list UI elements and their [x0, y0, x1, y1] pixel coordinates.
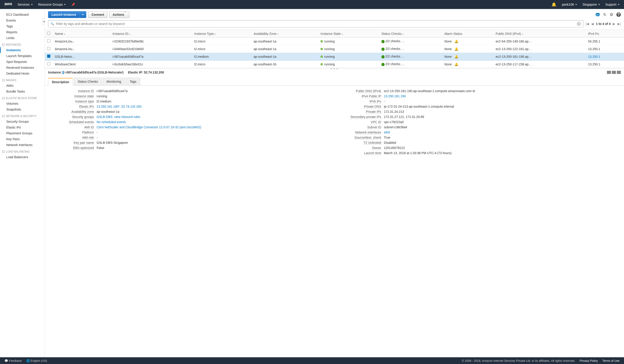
launch-instance-button[interactable]: Launch Instance	[48, 11, 79, 18]
col-instance-type[interactable]: Instance Type▾	[192, 30, 252, 38]
help-icon[interactable]: ?	[616, 12, 621, 17]
sidebar-item-limits[interactable]: Limits	[0, 35, 45, 41]
language-selector[interactable]: 🌐 English (US)	[26, 359, 47, 363]
row-checkbox[interactable]	[47, 62, 50, 65]
sidebar-item-load-balancers[interactable]: Load Balancers	[0, 154, 45, 160]
pager-next-icon[interactable]: ▶	[613, 22, 615, 26]
cell-alarm: None 🔔	[442, 45, 494, 53]
alarm-icon[interactable]: 🔔	[454, 62, 458, 66]
search-help-icon[interactable]: ?	[577, 22, 581, 26]
gear-icon[interactable]: ⚙	[610, 12, 613, 17]
sidebar-item-elastic-ips[interactable]: Elastic IPs	[0, 125, 45, 130]
table-row[interactable]: GSLB-Netsc… i-087cacab63d5ca47a t2.mediu…	[45, 53, 624, 60]
detail-value[interactable]: eth0	[384, 130, 617, 134]
sidebar-item-launch-templates[interactable]: Launch Templates	[0, 53, 45, 59]
pager-last-icon[interactable]: ▶|	[618, 22, 621, 26]
col-ipv4[interactable]: IPv4 Pu	[586, 30, 624, 38]
sidebar-item-reports[interactable]: Reports	[0, 29, 45, 35]
launch-instance-dropdown[interactable]	[79, 11, 86, 18]
support-menu[interactable]: Support	[605, 3, 620, 6]
sidebar-item-key-pairs[interactable]: Key Pairs	[0, 136, 45, 142]
terms-link[interactable]: Terms of Use	[602, 359, 620, 363]
detail-value[interactable]: No scheduled events	[97, 120, 330, 124]
bell-icon[interactable]: 🔔	[551, 2, 556, 7]
feedback-link[interactable]: 💬 Feedback	[4, 359, 22, 363]
aws-logo[interactable]: aws ⌣	[4, 1, 12, 8]
sidebar-item-ec2-dashboard[interactable]: EC2 Dashboard	[0, 12, 45, 18]
detail-row: Scheduled eventsNo scheduled events	[52, 120, 330, 124]
privacy-link[interactable]: Privacy Policy	[580, 359, 598, 363]
feedback-bubble-icon[interactable]: ●●●	[596, 13, 600, 16]
cell-state: running	[318, 60, 379, 68]
detail-value: t2.medium	[97, 100, 330, 103]
sidebar-item-events[interactable]: Events	[0, 18, 45, 23]
sidebar-item-placement-groups[interactable]: Placement Groups	[0, 130, 45, 136]
sidebar-item-spot-requests[interactable]: Spot Requests	[0, 59, 45, 65]
sidebar-item-amis[interactable]: AMIs	[0, 83, 45, 89]
row-checkbox[interactable]	[47, 39, 50, 43]
connect-button[interactable]: Connect	[88, 11, 107, 18]
user-menu[interactable]: pank106	[562, 3, 577, 6]
detail-value: March 13, 2018 at 1:33:38 PM UTC-4 (73 h…	[384, 151, 617, 155]
table-row[interactable]: WindowsClient i-0ccbdcb5ae1bbc01c t2.mic…	[45, 60, 624, 68]
layout-option-1-icon[interactable]	[607, 71, 611, 74]
row-checkbox[interactable]	[47, 47, 50, 50]
sidebar-item-reserved-instances[interactable]: Reserved Instances	[0, 65, 45, 71]
search-input[interactable]	[56, 22, 575, 26]
alarm-icon[interactable]: 🔔	[454, 55, 458, 58]
detail-value[interactable]: GSLB-DBS. view inbound rules	[97, 115, 330, 119]
tab-status-checks[interactable]: Status Checks	[74, 78, 102, 85]
sidebar-item-security-groups[interactable]: Security Groups	[0, 119, 45, 125]
alarm-icon[interactable]: 🔔	[454, 47, 458, 51]
detail-value[interactable]: 13.250.181.190	[384, 94, 617, 98]
cell-instance-type: t2.medium	[192, 53, 252, 60]
col-status-checks[interactable]: Status Checks▾	[379, 30, 442, 38]
row-checkbox[interactable]	[47, 54, 50, 58]
sidebar-item-snapshots[interactable]: Snapshots	[0, 106, 45, 112]
layout-option-3-icon[interactable]	[617, 71, 621, 74]
layout-option-2-icon[interactable]	[612, 71, 616, 74]
detail-value[interactable]: Citrix NetScaler and CloudBridge Connect…	[97, 125, 330, 129]
sidebar-item-network-interfaces[interactable]: Network Interfaces	[0, 142, 45, 148]
detail-row: Owner120145078122	[339, 146, 617, 150]
tab-description[interactable]: Description	[48, 78, 73, 86]
pin-icon[interactable]: 📌	[71, 3, 75, 6]
sidebar-item-bundle-tasks[interactable]: Bundle Tasks	[0, 89, 45, 94]
sidebar-item-tags[interactable]: Tags	[0, 23, 45, 29]
sidebar-collapse-icon[interactable]: ◀	[43, 18, 45, 25]
search-box[interactable]: 🔍 ?	[48, 20, 583, 27]
resize-handle-icon[interactable]: ● ● ●	[331, 67, 338, 70]
table-row[interactable]: AmazonLinu... i-0440eac52cd21b600 t2.mic…	[45, 45, 624, 53]
alarm-icon[interactable]: 🔔	[454, 40, 458, 43]
tab-tags[interactable]: Tags	[126, 78, 140, 85]
sidebar-heading-netsec: −NETWORK & SECURITY	[0, 112, 45, 119]
cell-status-checks: ✓2/2 checks …	[379, 53, 442, 60]
pager-prev-icon[interactable]: ◀	[591, 22, 594, 26]
cell-ipv4: 13.250.1	[586, 45, 624, 53]
col-public-dns[interactable]: Public DNS (IPv4)▾	[493, 30, 586, 38]
select-all-checkbox[interactable]	[47, 32, 50, 35]
detail-label: Security groups	[52, 115, 97, 119]
refresh-icon[interactable]: ↻	[603, 12, 606, 17]
col-state[interactable]: Instance State▾	[318, 30, 379, 38]
detail-row: Platform-	[52, 130, 330, 134]
selected-instance-label: Instance: i-087cacab63d5ca47a (GSLB-Nets…	[48, 71, 124, 74]
col-instance-id[interactable]: Instance ID▴	[110, 30, 192, 38]
detail-label: AMI ID	[52, 125, 97, 129]
sidebar-item-volumes[interactable]: Volumes	[0, 101, 45, 106]
cell-alarm: None 🔔	[442, 38, 494, 45]
table-row[interactable]: AmazonLinu... i-0230321937bd9e08c t2.mic…	[45, 38, 624, 45]
pager-first-icon[interactable]: |◀	[586, 22, 589, 26]
col-name[interactable]: Name▾	[52, 30, 110, 38]
col-az[interactable]: Availability Zone▾	[251, 30, 318, 38]
region-menu[interactable]: Singapore	[582, 3, 600, 6]
sidebar-item-dedicated-hosts[interactable]: Dedicated Hosts	[0, 71, 45, 77]
content-area: Launch Instance Connect Actions ●●● ↻ ⚙ …	[45, 9, 624, 357]
resource-groups-menu[interactable]: Resource Groups	[38, 3, 66, 6]
detail-value[interactable]: 13.250.181.190*, 52.74.132.200	[97, 105, 330, 108]
sidebar-item-instances[interactable]: Instances	[0, 47, 45, 53]
tab-monitoring[interactable]: Monitoring	[103, 78, 125, 85]
actions-button[interactable]: Actions	[109, 11, 129, 18]
services-menu[interactable]: Services	[18, 3, 33, 6]
col-alarm-status[interactable]: Alarm Status	[442, 30, 494, 38]
